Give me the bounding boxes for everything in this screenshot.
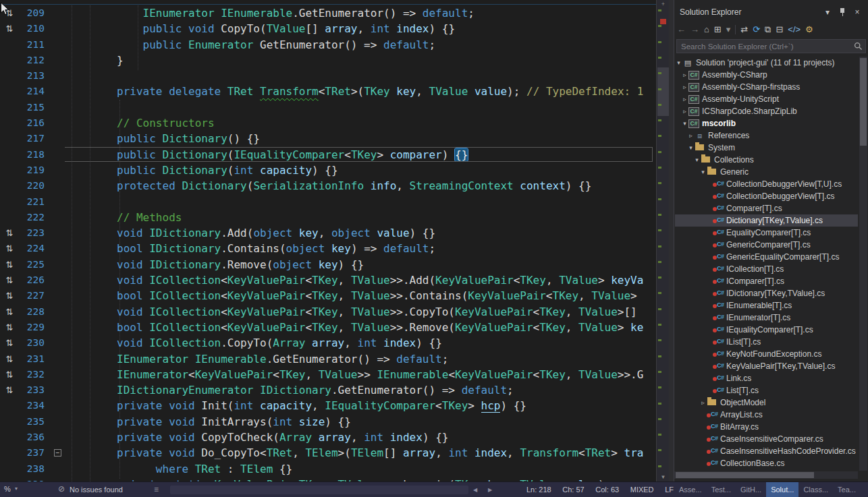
tree-item[interactable]: C#IEqualityComparer[T].cs: [675, 324, 858, 336]
tree-item[interactable]: C#ArrayList.cs: [675, 409, 858, 421]
scrollbar-thumb[interactable]: [676, 472, 814, 478]
editor-vertical-scrollbar[interactable]: + ▼: [656, 0, 669, 481]
tree-item[interactable]: C#Dictionary[TKey,TValue].cs: [675, 214, 858, 227]
line-number[interactable]: 235: [19, 414, 50, 430]
close-icon[interactable]: ×: [852, 7, 863, 18]
tree-item[interactable]: C#IComparer[T].cs: [675, 275, 858, 287]
reference-indicator-icon[interactable]: ⇅: [0, 288, 19, 303]
search-input[interactable]: [676, 39, 866, 53]
fold-collapse-icon[interactable]: −: [54, 449, 61, 457]
tree-item[interactable]: ▾System: [675, 142, 858, 154]
line-number[interactable]: 213: [19, 68, 50, 84]
zoom-control[interactable]: %: [4, 485, 11, 493]
code-editor[interactable]: ⇅⇅⇅⇅⇅⇅⇅⇅⇅⇅⇅⇅⇅ 20921021121221321421521621…: [0, 0, 669, 481]
line-number[interactable]: 220: [19, 178, 50, 194]
code-line[interactable]: public Dictionary() {}: [65, 131, 655, 146]
solution-explorer-titlebar[interactable]: Solution Explorer ▾×: [674, 4, 868, 20]
show-all-files-icon[interactable]: ⧉: [765, 24, 771, 35]
tree-item[interactable]: C#Comparer[T].cs: [675, 202, 858, 214]
line-number[interactable]: 221: [19, 194, 50, 210]
line-number[interactable]: 211: [19, 37, 50, 53]
line-number[interactable]: 227: [19, 288, 50, 303]
reference-indicator-icon[interactable]: ⇅: [0, 272, 19, 288]
tree-item[interactable]: ▾▤Solution 'project-gui' (11 of 11 proje…: [675, 57, 858, 69]
tree-item[interactable]: ▾Collections: [675, 154, 858, 166]
issues-status-text[interactable]: No issues found: [70, 486, 123, 494]
tree-item[interactable]: ▹⧈References: [675, 129, 858, 142]
panel-tab[interactable]: Asse...: [674, 482, 707, 497]
tree-item[interactable]: C#ICollection[T].cs: [675, 263, 858, 275]
tree-item[interactable]: C#CollectionBase.cs: [675, 457, 858, 469]
reference-indicator-icon[interactable]: ⇅: [0, 257, 19, 272]
code-line[interactable]: bool ICollection<KeyValuePair<TKey, TVal…: [65, 288, 655, 303]
tree-item[interactable]: C#GenericComparer[T].cs: [675, 239, 858, 251]
reference-indicator-icon[interactable]: ⇅: [0, 367, 19, 382]
reference-indicator-icon[interactable]: ⇅: [0, 351, 19, 367]
line-number[interactable]: 219: [19, 163, 50, 178]
line-number[interactable]: 218: [19, 147, 50, 163]
code-line[interactable]: private delegate TRet Transform<TRet>(TK…: [65, 84, 655, 99]
line-number[interactable]: 239: [19, 477, 50, 481]
chevron-expanded-icon[interactable]: ▾: [699, 169, 707, 175]
line-number[interactable]: 230: [19, 335, 50, 351]
scrollbar-thumb[interactable]: [657, 67, 669, 116]
chevron-collapsed-icon[interactable]: ▹: [687, 132, 695, 139]
chevron-expanded-icon[interactable]: ▾: [687, 144, 695, 151]
document-actions-icon[interactable]: ≡: [154, 485, 159, 494]
line-number[interactable]: 214: [19, 84, 50, 99]
collapse-all-icon[interactable]: ⊟: [776, 24, 783, 35]
line-number[interactable]: 238: [19, 461, 50, 477]
code-line[interactable]: private static KeyValuePair<TKey, TValue…: [65, 477, 655, 481]
tree-item[interactable]: C#KeyNotFoundException.cs: [675, 348, 858, 360]
issues-indicator-icon[interactable]: ⊘: [58, 484, 65, 494]
tree-item[interactable]: C#CaseInsensitiveHashCodeProvider.cs: [675, 445, 858, 457]
code-line[interactable]: }: [65, 53, 655, 68]
code-line[interactable]: void ICollection.CopyTo(Array array, int…: [65, 335, 655, 351]
horizontal-scrollbar-thumb[interactable]: [170, 486, 468, 494]
scrollbar-thumb[interactable]: [860, 58, 867, 146]
tree-item[interactable]: ▾C#mscorlib: [675, 117, 858, 129]
code-line[interactable]: IEnumerator<KeyValuePair<TKey, TValue>> …: [65, 367, 655, 382]
pin-icon[interactable]: [837, 7, 848, 18]
window-position-icon[interactable]: ▾: [822, 7, 833, 18]
reference-indicator-icon[interactable]: ⇅: [0, 320, 19, 335]
code-line[interactable]: public void CopyTo(TValue[] array, int i…: [65, 21, 655, 36]
sync-with-active-document-icon[interactable]: ⇄: [740, 24, 748, 35]
tree-horizontal-scrollbar[interactable]: [674, 471, 858, 479]
line-number[interactable]: 217: [19, 131, 50, 146]
panel-tab[interactable]: Solut...: [766, 482, 798, 497]
code-line[interactable]: IEnumerator IEnumerable.GetEnumerator() …: [65, 351, 655, 367]
code-line[interactable]: IEnumerator IEnumerable.GetEnumerator() …: [65, 5, 655, 21]
tree-item[interactable]: C#CollectionDebuggerView[T,U].cs: [675, 178, 858, 190]
reference-indicator-icon[interactable]: ⇅: [0, 304, 19, 320]
panel-tab[interactable]: Tea...: [833, 482, 861, 497]
line-number[interactable]: 225: [19, 257, 50, 272]
code-line[interactable]: public Enumerator GetEnumerator() => def…: [65, 37, 655, 53]
scroll-down-icon[interactable]: ▼: [657, 474, 669, 480]
chevron-collapsed-icon[interactable]: ▹: [681, 108, 688, 115]
line-number[interactable]: 231: [19, 351, 50, 367]
code-line[interactable]: public Dictionary(IEqualityComparer<TKey…: [65, 147, 655, 163]
view-code-icon[interactable]: </>: [788, 24, 801, 35]
line-number[interactable]: 232: [19, 367, 50, 382]
chevron-collapsed-icon[interactable]: ▹: [681, 96, 688, 103]
chevron-collapsed-icon[interactable]: ▹: [699, 399, 707, 406]
search-icon[interactable]: [854, 42, 863, 51]
tree-item[interactable]: ▹C#Assembly-CSharp: [675, 69, 858, 81]
code-line[interactable]: void IDictionary.Add(object key, object …: [65, 225, 655, 241]
tree-item[interactable]: C#Link.cs: [675, 372, 858, 384]
tree-item[interactable]: C#IEnumerator[T].cs: [675, 312, 858, 324]
tree-item[interactable]: ▹C#Assembly-CSharp-firstpass: [675, 81, 858, 93]
line-number[interactable]: 229: [19, 320, 50, 335]
tree-item[interactable]: C#IDictionary[TKey,TValue].cs: [675, 287, 858, 299]
line-number[interactable]: 223: [19, 225, 50, 241]
line-number[interactable]: 222: [19, 210, 50, 225]
tree-item[interactable]: C#IEnumerable[T].cs: [675, 299, 858, 312]
properties-wrench-icon[interactable]: ⚙: [805, 24, 813, 35]
tree-item[interactable]: C#CaseInsensitiveComparer.cs: [675, 433, 858, 445]
code-line[interactable]: [65, 68, 655, 84]
code-line[interactable]: public Dictionary(int capacity) {}: [65, 163, 655, 178]
chevron-down-icon[interactable]: ▾: [15, 486, 18, 492]
scroll-left-icon[interactable]: ◀: [473, 487, 477, 493]
tree-item[interactable]: C#EqualityComparer[T].cs: [675, 227, 858, 239]
